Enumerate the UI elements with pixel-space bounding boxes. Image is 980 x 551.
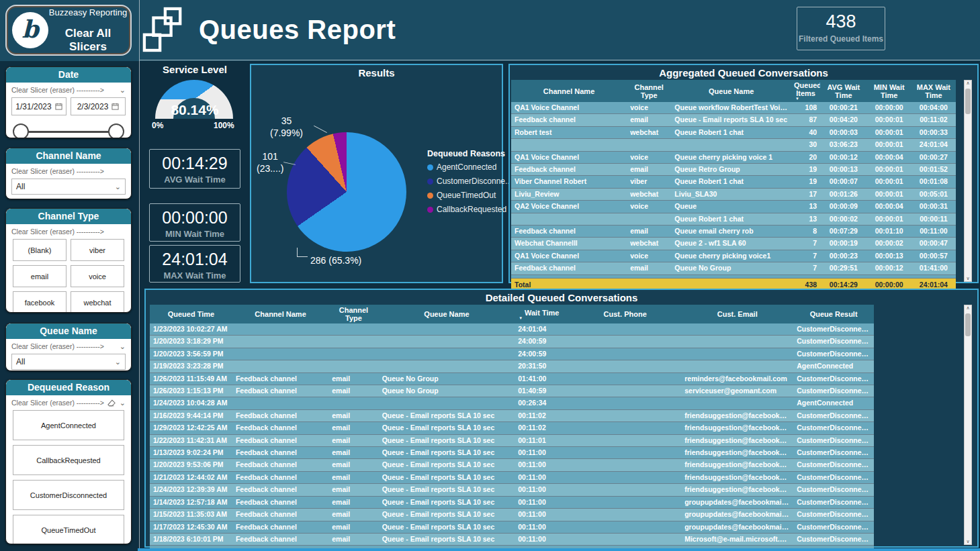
cell: 01:40:59 xyxy=(515,385,569,397)
table-row[interactable]: QA2 Voice ChannelvoiceQueue1300:00:0900:… xyxy=(511,201,956,213)
table-row[interactable]: 1/13/2023 9:02:24 PMFeedback channelemai… xyxy=(150,447,874,459)
channel-type-option-voice[interactable]: voice xyxy=(71,265,124,287)
cell: 1/20/2023 3:18:29 PM xyxy=(150,336,232,348)
table-row[interactable]: 1/26/2023 1:15:13 PMFeedback channelemai… xyxy=(150,385,874,397)
column-header-cust-phone[interactable]: Cust. Phone xyxy=(569,305,681,323)
table-row[interactable]: 3003:06:2300:00:0124:01:04 xyxy=(511,139,956,151)
table-row[interactable]: 1/20/2023 3:18:29 PM24:00:59CustomerDisc… xyxy=(150,336,874,348)
column-header-queue-name[interactable]: Queue Name xyxy=(671,80,791,102)
legend-item-queuetimedout[interactable]: QueueTimedOut xyxy=(427,191,512,200)
table-row[interactable]: 1/17/2023 12:45:30 AMFeedback channelema… xyxy=(150,521,874,533)
dequeued-reason-option-agentconnected[interactable]: AgentConnected xyxy=(13,410,124,440)
table-row[interactable]: 1/24/2023 10:04:28 AM00:26:34AgentConnec… xyxy=(150,397,874,409)
table-row[interactable]: 1/23/2023 10:02:27 AM24:01:04CustomerDis… xyxy=(150,323,874,336)
eraser-icon[interactable] xyxy=(107,399,116,407)
column-header-min-wait-time[interactable]: MIN Wait Time xyxy=(867,80,911,102)
column-header-wait-time[interactable]: Wait Time▼ xyxy=(515,305,569,323)
cell: email xyxy=(328,447,378,459)
channel-type-option-viber[interactable]: viber xyxy=(71,239,124,261)
table-row[interactable]: 1/19/2023 3:23:28 PM20:31:50AgentConnect… xyxy=(150,360,874,372)
table-row[interactable]: 1/18/2023 6:10:01 PMFeedback channelemai… xyxy=(150,533,874,545)
table-row[interactable]: QA1 Voice ChannelvoiceQueue workflow Rob… xyxy=(511,102,956,114)
detailed-table-scrollbar[interactable]: ∧ ∨ xyxy=(964,305,972,545)
column-header-channel-type[interactable]: Channel Type xyxy=(627,80,671,102)
queue-name-dropdown[interactable]: All ⌄ xyxy=(11,354,126,370)
scroll-up-icon[interactable]: ∧ xyxy=(965,305,971,311)
clear-all-slicers-button[interactable]: b Buzzeasy Reporting Clear All Slicers xyxy=(5,5,132,56)
table-row[interactable]: Feedback channelemailQueue email cherry … xyxy=(511,226,956,238)
table-row[interactable]: 1/24/2023 12:39:39 AMFeedback channelema… xyxy=(150,484,874,496)
table-row[interactable]: QA1 Voice ChannelvoiceQueue cherry picki… xyxy=(511,151,956,163)
table-row[interactable]: Viber Channel RobertviberQueue Robert 1 … xyxy=(511,176,956,188)
date-to-input[interactable]: 2/3/2023 xyxy=(71,97,126,115)
channel-name-dropdown[interactable]: All ⌄ xyxy=(11,179,126,195)
legend-item-callbackrequested[interactable]: CallbackRequested xyxy=(427,205,512,214)
table-row[interactable]: 1/26/2023 11:15:49 AMFeedback channelema… xyxy=(150,372,874,385)
column-header-queue-name[interactable]: Queue Name xyxy=(379,305,515,323)
chevron-down-icon[interactable]: ⌄ xyxy=(120,343,126,350)
table-row[interactable]: Queue Robert 1 chat1300:00:0200:00:0100:… xyxy=(511,213,956,225)
column-header-channel-name[interactable]: Channel Name xyxy=(232,305,328,323)
cell: Feedback channel xyxy=(232,509,328,521)
channel-type-option-blank[interactable]: (Blank) xyxy=(13,239,66,261)
chevron-down-icon[interactable]: ⌄ xyxy=(120,87,126,94)
slider-handle-start[interactable] xyxy=(13,123,29,138)
table-row[interactable]: 1/16/2023 9:44:14 PMFeedback channelemai… xyxy=(150,409,874,421)
cell: 00:01:52 xyxy=(911,164,956,176)
table-row[interactable]: 1/20/2023 3:56:59 PM24:00:59CustomerDisc… xyxy=(150,348,874,360)
table-row[interactable]: Liviu_ReviewwebchatLiviu_SLA301700:01:26… xyxy=(511,188,956,200)
cell: reminders@facebookmail.com xyxy=(681,372,793,385)
chevron-down-icon[interactable]: ⌄ xyxy=(120,399,126,407)
aggregated-table-scrollbar[interactable]: ∧ ∨ xyxy=(964,80,972,282)
table-row[interactable]: Feedback channelemailQueue - Email repor… xyxy=(511,114,956,126)
dequeued-reason-option-customerdisconnected[interactable]: CustomerDisconnected xyxy=(13,480,124,510)
column-header-queued-time[interactable]: Queued Time xyxy=(150,305,232,323)
table-row[interactable]: Feedback channelemailQueue No Group700:2… xyxy=(511,262,956,274)
scroll-down-icon[interactable]: ∨ xyxy=(965,539,971,544)
column-header-queue-result[interactable]: Queue Result xyxy=(793,305,874,323)
cell: Feedback channel xyxy=(232,459,328,471)
calendar-icon[interactable] xyxy=(55,103,62,110)
legend-item-customerdisconne[interactable]: CustomerDisconne... xyxy=(427,177,512,186)
dequeued-reason-option-callbackrequested[interactable]: CallbackRequested xyxy=(13,445,124,475)
legend-item-agentconnected[interactable]: AgentConnected xyxy=(427,162,512,172)
column-header-channel-name[interactable]: Channel Name xyxy=(511,80,627,102)
cell: email xyxy=(627,164,671,176)
table-row[interactable]: Webchat ChannelllwebchatQueue 2 - wf1 SL… xyxy=(511,238,956,250)
cell: Feedback channel xyxy=(232,447,328,459)
cell: 00:00:02 xyxy=(820,213,867,225)
table-row[interactable]: Robert testwebchatQueue Robert 1 chat400… xyxy=(511,126,956,138)
column-header-max-wait-time[interactable]: MAX Wait Time xyxy=(911,80,956,102)
table-row[interactable]: 1/29/2023 12:42:25 AMFeedback channelema… xyxy=(150,422,874,434)
scroll-down-icon[interactable]: ∨ xyxy=(965,276,971,281)
cell: Queue No Group xyxy=(379,372,515,385)
date-from-input[interactable]: 1/31/2023 xyxy=(11,97,66,115)
column-header-avg-wait-time[interactable]: AVG Wait Time xyxy=(820,80,867,102)
cell: serviceuser@geomant.com xyxy=(681,385,793,397)
calendar-icon[interactable] xyxy=(112,103,119,110)
table-row[interactable]: 1/14/2023 12:57:18 AMFeedback channelema… xyxy=(150,496,874,508)
table-row[interactable]: 1/20/2023 9:53:06 PMFeedback channelemai… xyxy=(150,459,874,471)
cell: 00:00:01 xyxy=(867,213,911,225)
scrollbar-thumb[interactable] xyxy=(965,89,971,114)
channel-type-option-facebook[interactable]: facebook xyxy=(13,291,66,313)
dequeued-reasons-pie-chart[interactable] xyxy=(287,132,406,252)
table-row[interactable]: Feedback channelemailQueue Retro Group19… xyxy=(511,164,956,176)
channel-type-option-email[interactable]: email xyxy=(13,265,66,287)
cell: Liviu_SLA30 xyxy=(671,188,791,200)
cell: Feedback channel xyxy=(232,496,328,508)
slider-handle-end[interactable] xyxy=(108,123,124,138)
column-header-channel-type[interactable]: Channel Type xyxy=(328,305,378,323)
column-header-cust-email[interactable]: Cust. Email xyxy=(681,305,793,323)
scrollbar-thumb[interactable] xyxy=(965,313,971,336)
legend-dot-icon xyxy=(427,207,433,213)
scroll-up-icon[interactable]: ∧ xyxy=(965,81,971,86)
table-row[interactable]: 1/15/2023 11:35:03 AMFeedback channelema… xyxy=(150,509,874,521)
table-row[interactable]: 1/21/2023 12:44:02 AMFeedback channelema… xyxy=(150,471,874,483)
dequeued-reason-option-queuetimedout[interactable]: QueueTimedOut xyxy=(13,515,124,544)
channel-type-option-webchat[interactable]: webchat xyxy=(71,291,124,313)
cell: 20:31:50 xyxy=(515,360,569,372)
column-header-queued-items[interactable]: Queued Items▼ xyxy=(791,80,820,102)
table-row[interactable]: 1/22/2023 11:42:31 AMFeedback channelema… xyxy=(150,434,874,446)
table-row[interactable]: QA1 Voice ChannelvoiceQueue cherry picki… xyxy=(511,250,956,262)
